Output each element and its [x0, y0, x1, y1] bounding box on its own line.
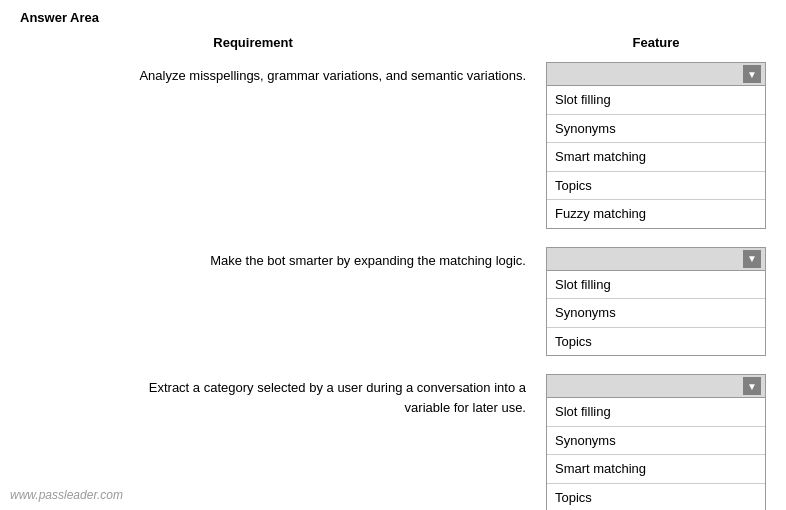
dropdown-list-2: Slot fillingSynonymsSmart matchingTopics — [546, 398, 766, 510]
qa-row-2: Extract a category selected by a user du… — [20, 374, 766, 510]
requirement-text-0: Analyze misspellings, grammar variations… — [20, 62, 546, 86]
dropdown-list-0: Slot fillingSynonymsSmart matchingTopics… — [546, 86, 766, 229]
dropdown-item-0-2[interactable]: Smart matching — [547, 143, 765, 172]
dropdown-list-1: Slot fillingSynonymsTopics — [546, 271, 766, 357]
qa-row-1: Make the bot smarter by expanding the ma… — [20, 247, 766, 357]
dropdown-item-0-4[interactable]: Fuzzy matching — [547, 200, 765, 228]
header-requirement: Requirement — [20, 35, 546, 50]
dropdown-item-1-2[interactable]: Topics — [547, 328, 765, 356]
requirement-text-1: Make the bot smarter by expanding the ma… — [20, 247, 546, 271]
dropdown-item-2-0[interactable]: Slot filling — [547, 398, 765, 427]
dropdown-container-0[interactable]: ▼Slot fillingSynonymsSmart matchingTopic… — [546, 62, 766, 229]
dropdown-item-0-0[interactable]: Slot filling — [547, 86, 765, 115]
dropdown-item-2-3[interactable]: Topics — [547, 484, 765, 511]
dropdown-item-2-2[interactable]: Smart matching — [547, 455, 765, 484]
dropdown-header-0[interactable]: ▼ — [546, 62, 766, 86]
dropdown-header-2[interactable]: ▼ — [546, 374, 766, 398]
dropdown-arrow-icon-1[interactable]: ▼ — [743, 250, 761, 268]
dropdown-container-2[interactable]: ▼Slot fillingSynonymsSmart matchingTopic… — [546, 374, 766, 510]
dropdown-container-1[interactable]: ▼Slot fillingSynonymsTopics — [546, 247, 766, 357]
dropdown-item-2-1[interactable]: Synonyms — [547, 427, 765, 456]
header-feature: Feature — [546, 35, 766, 50]
answer-area-title: Answer Area — [20, 10, 766, 25]
dropdown-arrow-icon-2[interactable]: ▼ — [743, 377, 761, 395]
watermark: www.passleader.com — [10, 488, 123, 502]
dropdown-item-0-3[interactable]: Topics — [547, 172, 765, 201]
qa-row-0: Analyze misspellings, grammar variations… — [20, 62, 766, 229]
dropdown-item-1-1[interactable]: Synonyms — [547, 299, 765, 328]
dropdown-arrow-icon-0[interactable]: ▼ — [743, 65, 761, 83]
requirement-text-2: Extract a category selected by a user du… — [20, 374, 546, 417]
dropdown-header-1[interactable]: ▼ — [546, 247, 766, 271]
dropdown-item-1-0[interactable]: Slot filling — [547, 271, 765, 300]
dropdown-item-0-1[interactable]: Synonyms — [547, 115, 765, 144]
